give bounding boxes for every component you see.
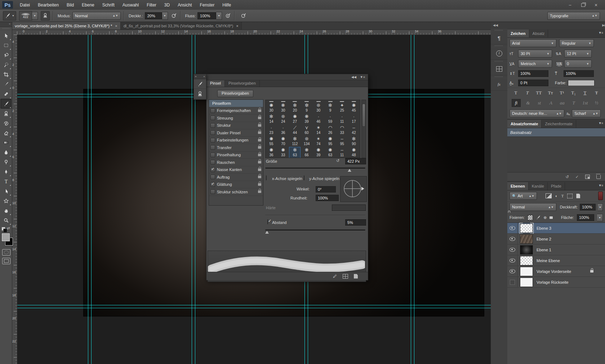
scrollbar-thumb[interactable] [362,104,365,127]
flow-field[interactable]: 100% [197,12,216,19]
brush-grid-scrollbar[interactable] [361,100,366,158]
panel-menu-icon[interactable]: ▼≡ [599,121,603,125]
text-color-swatch[interactable] [568,80,595,86]
airbrush-button[interactable] [225,12,231,20]
type-style-button-3[interactable]: Tᴛ [546,89,555,96]
tablet-opacity-button[interactable] [171,12,177,20]
swap-colors-icon[interactable]: ⇄ [7,226,10,230]
brush-tip-14[interactable]: ✻14 [266,113,277,125]
guide-vertical[interactable] [192,35,192,364]
toolbar-collapse-button[interactable]: » [0,22,12,27]
tablet-size-button[interactable] [240,12,247,20]
eyedropper-tool[interactable] [1,80,11,89]
rectangular-marquee-tool[interactable] [1,41,11,50]
option-checkbox[interactable] [210,167,215,172]
collapse-panel-icon[interactable]: ◀◀ [351,75,356,79]
brush-tip-48[interactable]: ✺48 [348,147,360,158]
tool-preset-picker[interactable]: ▼ [3,11,16,21]
layer-opacity-field[interactable]: 100% [580,204,596,211]
dock-gripper[interactable] [491,29,507,32]
new-brush-icon[interactable] [354,274,358,279]
layer-opacity-arrow[interactable]: ▼ [598,203,603,211]
opentype-button-0[interactable]: fi [512,99,521,107]
opacity-arrow[interactable]: ▼ [162,12,168,20]
leading-dropdown[interactable]: 12 Pt▼ [564,50,592,58]
brush-tip-45[interactable]: ✺45 [348,102,360,113]
menu-bild[interactable]: Bild [63,0,78,10]
brush-tip-9[interactable]: ✻9 [325,102,336,113]
brush-option-rauschen[interactable]: Rauschen [209,159,263,166]
apply-style-icon[interactable]: ✓ [575,175,579,179]
tab-absatz[interactable]: Absatz [529,30,548,37]
tab-pinselvorgaben[interactable]: Pinselvorgaben [225,80,260,87]
hand-tool[interactable] [1,206,11,215]
guide-vertical[interactable] [414,35,414,364]
lock-stroke-icon[interactable]: 🖉 [333,274,337,278]
expand-dock-icon[interactable]: ▶▶ [602,23,605,27]
brush-tip-14[interactable]: ✶14 [313,125,324,136]
preset-button[interactable]: Pinselvorgaben [217,90,253,97]
brush-tip-30[interactable]: ❋30 [277,102,289,113]
flow-arrow[interactable]: ▼ [216,12,222,20]
brush-tip-60[interactable]: ⋎60 [301,125,312,136]
abstand-slider-thumb[interactable] [265,231,269,234]
filter-pixel-layers-icon[interactable] [546,193,552,198]
option-checkbox[interactable] [210,153,215,157]
type-style-button-5[interactable]: T₁ [569,89,578,96]
brush-tip-39[interactable]: ❋39 [301,113,312,125]
type-style-button-1[interactable]: T [523,89,531,96]
guide-vertical[interactable] [88,35,88,364]
brush-tip-27[interactable]: ✺27 [289,113,301,125]
brush-tip-11[interactable]: ·11 [336,113,348,125]
brush-tip-46[interactable]: ·46 [313,113,324,125]
brush-tip-30[interactable]: ❊30 [313,102,324,113]
brush-tip-42[interactable]: –42 [348,125,360,136]
flip-x-checkbox[interactable] [266,175,267,180]
ruler-left[interactable]: 420246810121416182022 [12,35,17,364]
option-checkbox[interactable] [210,182,215,187]
workspace-dropdown[interactable]: Typografie ▲▼ [547,12,600,20]
layer-row-ebene-1[interactable]: Ebene 1 [507,244,605,255]
abstand-checkbox[interactable] [267,219,268,224]
brush-tip-24[interactable]: ❊24 [277,113,289,125]
language-dropdown[interactable]: Deutsch: neue Re...▲▼ [510,109,564,117]
font-style-dropdown[interactable]: Regular▼ [559,39,594,47]
brush-tip-36[interactable]: ✺36 [266,147,277,158]
dock-gripper[interactable] [491,44,507,47]
brush-option-streuung[interactable]: Streuung [209,114,263,122]
filter-toggle-switch[interactable] [598,192,603,200]
type-tool[interactable]: T [1,177,11,186]
opentype-button-7[interactable]: ½ [592,99,601,107]
custom-shape-tool[interactable] [1,196,11,206]
brush-tip-26[interactable]: ◠26 [325,125,336,136]
brush-option-struktur-sch-tzen[interactable]: Struktur schützen [209,188,263,196]
brush-tip-63[interactable]: ✻63 [289,147,301,158]
brush-preset-arrow[interactable]: ▼ [32,12,38,20]
brush-tip-30[interactable]: ✺30 [266,102,277,113]
layer-visibility-toggle[interactable] [507,255,518,266]
guide-vertical[interactable] [411,35,411,364]
layer-row-ebene-2[interactable]: Ebene 2 [507,234,605,244]
brush-tip-63[interactable]: ✺63 [325,147,336,158]
lock-pixels-icon[interactable] [536,215,541,220]
toggle-brush-panel-button[interactable] [41,11,50,21]
tab-kanaele[interactable]: Kanäle [529,182,548,190]
close-tab-icon[interactable]: × [115,24,117,28]
pen-tool[interactable] [1,167,11,176]
tracking-dropdown[interactable]: 0▼ [564,60,592,68]
move-tool[interactable] [1,31,11,40]
angle-rotation-widget[interactable] [340,176,367,202]
filter-shape-layers-icon[interactable] [567,194,573,198]
fill-field[interactable]: 100% [577,214,594,221]
default-colors-icon[interactable] [1,227,5,231]
brush-tip-90[interactable]: ✻90 [348,136,360,147]
brush-option-pinselhaltung[interactable]: Pinselhaltung [209,152,263,159]
quick-selection-tool[interactable] [1,60,11,69]
opentype-button-4[interactable]: aa [558,99,566,107]
new-style-icon[interactable] [585,175,590,179]
layer-row-vorlage-vorderseite[interactable]: Vorlage Vorderseite [507,266,605,277]
layer-row-ebene-3[interactable]: Ebene 3 [507,223,605,234]
history-brush-tool[interactable] [1,118,11,128]
abstand-field[interactable]: 5% [345,219,366,226]
lasso-tool[interactable] [1,50,11,60]
